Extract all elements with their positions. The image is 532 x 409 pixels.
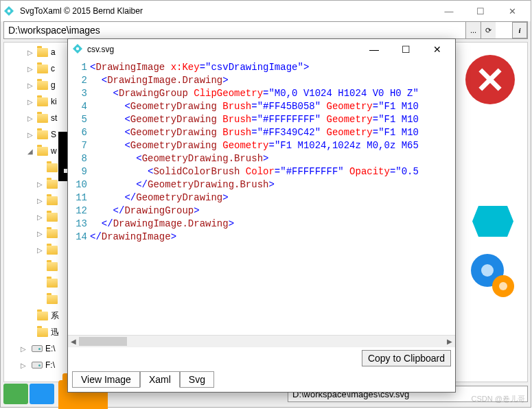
line-gutter: 1234567891011121314 [68, 60, 90, 335]
tree-item-label: S [51, 130, 56, 139]
tree-folder-item[interactable]: ▷a [4, 44, 68, 60]
expander-icon[interactable]: ▷ [21, 345, 27, 353]
svg-point-7 [76, 47, 79, 49]
folder-icon [37, 328, 48, 337]
tree-item-label: g [51, 80, 56, 90]
tab-xaml[interactable]: Xaml [140, 371, 180, 388]
folder-icon [37, 130, 48, 139]
tree-drive-item[interactable]: ▷E:\ [4, 340, 68, 357]
popup-title: csv.svg [87, 45, 365, 54]
folder-icon [37, 312, 48, 320]
tree-item-label: 迅 [51, 327, 59, 338]
popup-close-button[interactable]: ✕ [428, 44, 447, 55]
close-button[interactable]: ✕ [496, 3, 528, 19]
popup-titlebar[interactable]: csv.svg — ☐ ✕ [68, 39, 455, 60]
thumb[interactable] [30, 384, 54, 404]
folder-icon [47, 229, 58, 238]
tree-folder-item[interactable]: ▷c [4, 60, 68, 77]
min-button[interactable]: — [433, 3, 465, 19]
folder-icon [47, 196, 58, 205]
code-viewer[interactable]: 1234567891011121314 <DrawingImage x:Key=… [68, 60, 455, 335]
tree-folder-item[interactable]: ▷ [4, 225, 68, 242]
tree-item-label: a [51, 47, 56, 57]
expander-icon[interactable]: ▷ [27, 65, 34, 73]
folder-icon [47, 213, 58, 222]
expander-icon[interactable]: ▷ [27, 98, 34, 106]
tree-folder-item[interactable] [4, 291, 68, 307]
popup-app-icon [72, 43, 83, 56]
popup-max-button[interactable]: ☐ [396, 44, 415, 55]
app-icon [3, 5, 14, 16]
folder-icon [37, 81, 48, 90]
preview-icon-gear[interactable] [465, 248, 520, 303]
xaml-preview-window: csv.svg — ☐ ✕ 1234567891011121314 <Drawi… [67, 38, 456, 393]
expander-icon[interactable]: ▷ [27, 115, 34, 122]
tab-svg[interactable]: Svg [180, 371, 214, 388]
watermark: CSDN @卷儿哥 [472, 394, 525, 404]
max-button[interactable]: ☐ [465, 3, 496, 19]
folder-icon [37, 48, 48, 57]
popup-tabs: View Image Xaml Svg [68, 369, 455, 392]
tree-item-label: c [51, 64, 55, 73]
tree-folder-item[interactable]: 迅 [4, 324, 68, 340]
expander-icon[interactable]: ▷ [37, 230, 44, 237]
expander-icon[interactable]: ▷ [21, 362, 27, 369]
preview-icon-shape[interactable] [472, 206, 513, 237]
browse-button[interactable]: ... [465, 22, 481, 38]
tree-item-label: E:\ [45, 344, 56, 353]
expander-icon[interactable]: ▷ [37, 197, 44, 204]
tree-item-label: 系 [51, 310, 59, 322]
svg-point-5 [499, 282, 507, 290]
folder-icon [47, 262, 58, 271]
tree-folder-item[interactable]: ▷g [4, 77, 68, 93]
tree-folder-item[interactable]: ▷ [4, 209, 68, 225]
tree-folder-item[interactable] [4, 274, 68, 291]
tree-folder-item[interactable]: ▷ [4, 242, 68, 258]
folder-icon [37, 114, 48, 123]
folder-icon [47, 163, 58, 172]
folder-icon [47, 180, 58, 189]
expander-icon[interactable]: ◢ [27, 148, 34, 155]
folder-icon [37, 65, 48, 73]
folder-icon [37, 97, 48, 106]
code-content[interactable]: <DrawingImage x:Key="csvDrawingImage"> <… [90, 60, 455, 335]
tree-item-label: ki [51, 97, 57, 106]
folder-icon [47, 246, 58, 255]
tree-item-label: w [51, 146, 57, 156]
reload-button[interactable]: ⟳ [481, 22, 496, 38]
tree-folder-item[interactable]: ▷ [4, 192, 68, 209]
copy-clipboard-button[interactable]: Copy to Clipboard [362, 350, 451, 366]
expander-icon[interactable]: ▷ [37, 213, 44, 221]
main-titlebar[interactable]: SvgToXaml © 2015 Bernd Klaiber — ☐ ✕ [1, 1, 531, 21]
scroll-left-icon[interactable]: ◀ [69, 337, 78, 346]
folder-tree[interactable]: ▷a▷c▷g▷ki▷st▷S◢w▷▷▷▷▷系迅▷E:\▷F:\ [3, 42, 69, 382]
tree-folder-item[interactable]: ▷st [4, 110, 68, 126]
drive-icon [32, 362, 43, 369]
folder-icon [47, 295, 58, 304]
scroll-right-icon[interactable]: ▶ [445, 337, 454, 346]
horizontal-scrollbar[interactable]: ◀ ▶ [68, 335, 455, 347]
tree-drive-item[interactable]: ▷F:\ [4, 357, 68, 373]
svg-point-1 [8, 10, 10, 12]
popup-min-button[interactable]: — [365, 44, 384, 55]
preview-icon-close[interactable] [465, 55, 515, 104]
tab-view-image[interactable]: View Image [72, 371, 140, 388]
svg-point-3 [481, 264, 494, 277]
tree-folder-item[interactable] [4, 258, 68, 274]
expander-icon[interactable]: ▷ [37, 246, 44, 254]
tree-folder-item[interactable]: ▷ki [4, 93, 68, 110]
expander-icon[interactable]: ▷ [27, 82, 34, 89]
tree-item-label: F:\ [45, 360, 55, 370]
tree-item-label: st [51, 113, 57, 123]
tree-folder-item[interactable]: 系 [4, 307, 68, 324]
expander-icon[interactable]: ▷ [27, 131, 34, 139]
info-button[interactable]: i [512, 22, 527, 38]
folder-icon [47, 279, 58, 288]
app-title: SvgToXaml © 2015 Bernd Klaiber [20, 6, 433, 16]
folder-icon [37, 147, 48, 156]
expander-icon[interactable]: ▷ [37, 180, 44, 188]
thumb[interactable] [3, 384, 28, 404]
path-input[interactable] [4, 22, 465, 38]
scroll-thumb[interactable] [79, 337, 127, 346]
expander-icon[interactable]: ▷ [27, 49, 34, 56]
